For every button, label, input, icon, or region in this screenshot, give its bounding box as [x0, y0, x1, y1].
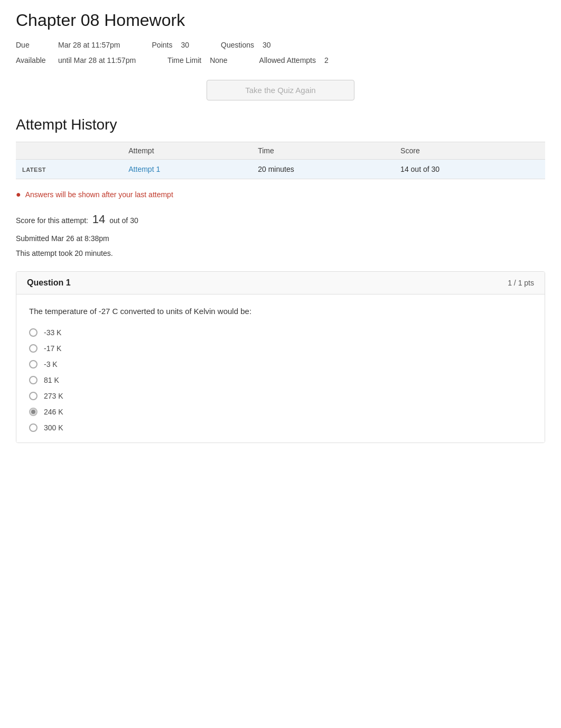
attempt-time: 20 minutes [251, 160, 394, 179]
answer-option[interactable]: 246 K [29, 408, 532, 416]
points-value: 30 [181, 39, 189, 52]
attempt-history-table: Attempt Time Score LATEST Attempt 1 20 m… [16, 142, 545, 179]
answer-options: -33 K-17 K-3 K81 K273 K246 K300 K [29, 328, 532, 432]
option-label: -17 K [44, 344, 61, 353]
radio-circle[interactable] [29, 423, 38, 432]
option-label: 246 K [44, 408, 63, 416]
radio-circle[interactable] [29, 408, 38, 416]
col-header-time: Time [251, 142, 394, 160]
take-quiz-button[interactable]: Take the Quiz Again [207, 80, 354, 100]
radio-circle[interactable] [29, 376, 38, 384]
score-number: 14 [92, 213, 105, 226]
submitted-line: Submitted Mar 26 at 8:38pm [16, 231, 545, 246]
question-text: The temperature of -27 C converted to un… [29, 305, 532, 318]
attempt-link[interactable]: Attempt 1 [128, 165, 160, 173]
attempt-link-cell[interactable]: Attempt 1 [122, 160, 251, 179]
answer-option[interactable]: -17 K [29, 344, 532, 353]
due-value: Mar 28 at 11:57pm [58, 39, 120, 52]
question-pts: 1 / 1 pts [508, 279, 534, 287]
col-header-score: Score [394, 142, 545, 160]
points-label: Points [152, 39, 173, 52]
answers-notice: ● Answers will be shown after your last … [16, 190, 545, 199]
answers-notice-text: Answers will be shown after your last at… [25, 190, 173, 199]
score-line: Score for this attempt: 14 out of 30 [16, 208, 545, 231]
allowed-attempts-label: Allowed Attempts [259, 54, 316, 67]
questions-value: 30 [263, 39, 271, 52]
option-label: 300 K [44, 423, 63, 432]
available-label: Available [16, 54, 58, 67]
duration-line: This attempt took 20 minutes. [16, 246, 545, 261]
questions-container: Question 11 / 1 ptsThe temperature of -2… [16, 271, 545, 443]
answer-option[interactable]: -33 K [29, 328, 532, 337]
answer-option[interactable]: -3 K [29, 360, 532, 368]
questions-label: Questions [221, 39, 254, 52]
page-title: Chapter 08 Homework [16, 11, 545, 30]
question-body: The temperature of -27 C converted to un… [16, 294, 545, 443]
score-out-of: out of 30 [109, 216, 138, 225]
radio-circle[interactable] [29, 392, 38, 400]
allowed-attempts-value: 2 [324, 54, 329, 67]
available-value: until Mar 28 at 11:57pm [58, 54, 136, 67]
time-limit-value: None [210, 54, 227, 67]
meta-info: Due Mar 28 at 11:57pm Points 30 Question… [16, 39, 545, 67]
radio-circle[interactable] [29, 328, 38, 337]
question-block: Question 11 / 1 ptsThe temperature of -2… [16, 271, 545, 443]
attempt-history-title: Attempt History [16, 116, 545, 133]
answer-option[interactable]: 273 K [29, 392, 532, 400]
option-label: 273 K [44, 392, 63, 400]
due-label: Due [16, 39, 58, 52]
question-header: Question 11 / 1 pts [16, 272, 545, 294]
option-label: -3 K [44, 360, 58, 368]
option-label: 81 K [44, 376, 59, 384]
table-header-row: Attempt Time Score [16, 142, 545, 160]
option-label: -33 K [44, 328, 61, 337]
time-limit-label: Time Limit [167, 54, 201, 67]
col-header-latest [16, 142, 122, 160]
answer-option[interactable]: 81 K [29, 376, 532, 384]
notice-icon: ● [16, 190, 21, 199]
radio-circle[interactable] [29, 344, 38, 353]
attempt-score: 14 out of 30 [394, 160, 545, 179]
score-section: Score for this attempt: 14 out of 30 Sub… [16, 208, 545, 261]
answer-option[interactable]: 300 K [29, 423, 532, 432]
col-header-attempt: Attempt [122, 142, 251, 160]
latest-label: LATEST [16, 160, 122, 179]
question-title: Question 1 [27, 278, 71, 288]
radio-circle[interactable] [29, 360, 38, 368]
score-label: Score for this attempt: [16, 216, 88, 225]
table-row: LATEST Attempt 1 20 minutes 14 out of 30 [16, 160, 545, 179]
